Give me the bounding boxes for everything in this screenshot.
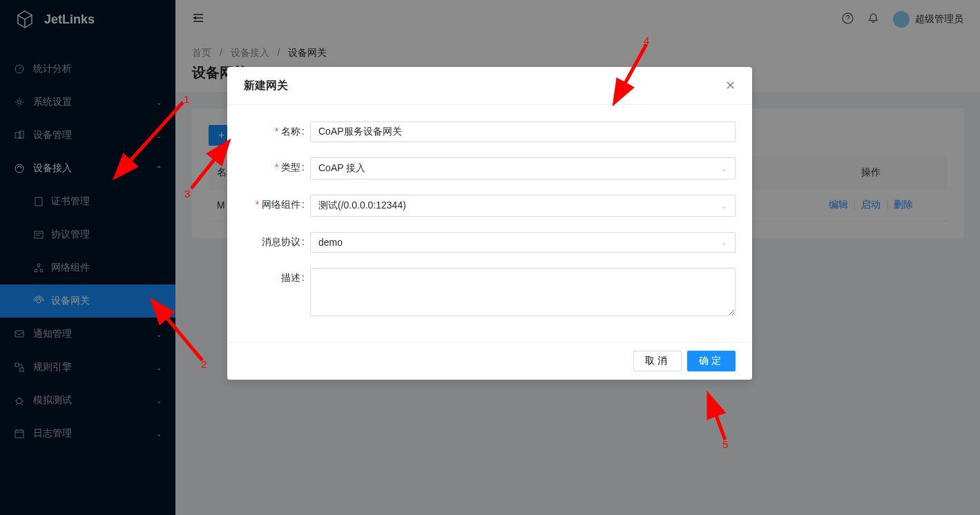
chevron-down-icon: ⌄	[721, 202, 727, 211]
label-desc: 描述	[281, 272, 300, 283]
label-network: 网络组件	[262, 199, 300, 210]
label-type: 类型	[281, 162, 300, 173]
label-name: 名称	[281, 126, 300, 137]
ok-button[interactable]: 确定	[687, 351, 736, 371]
close-icon[interactable]: ✕	[725, 78, 736, 93]
protocol-select[interactable]: demo ⌄	[310, 232, 736, 253]
modal-title: 新建网关	[244, 79, 288, 93]
desc-textarea[interactable]	[310, 268, 736, 316]
type-select[interactable]: CoAP 接入 ⌄	[310, 157, 736, 179]
network-select[interactable]: 测试(/0.0.0.0:12344) ⌄	[310, 195, 736, 217]
protocol-value: demo	[318, 237, 343, 248]
chevron-down-icon: ⌄	[721, 238, 727, 247]
new-gateway-modal: 新建网关 ✕ *名称 *类型 CoAP 接入 ⌄ *网络组件 测试(/0.0.0…	[227, 67, 752, 380]
network-value: 测试(/0.0.0.0:12344)	[318, 200, 406, 212]
label-protocol: 消息协议	[262, 236, 300, 247]
type-value: CoAP 接入	[318, 162, 365, 175]
cancel-button[interactable]: 取消	[633, 351, 682, 371]
name-input[interactable]	[310, 122, 736, 142]
chevron-down-icon: ⌄	[721, 164, 727, 173]
